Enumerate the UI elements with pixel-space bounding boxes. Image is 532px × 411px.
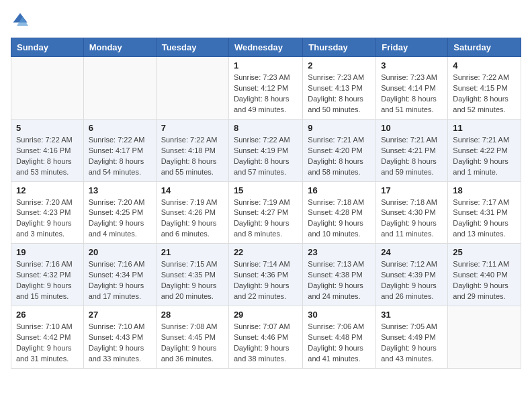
day-number: 1 (234, 60, 298, 71)
day-info-line: Sunrise: 7:17 AM (453, 198, 509, 206)
day-info-line: Sunrise: 7:22 AM (453, 73, 509, 81)
day-info-line: Sunrise: 7:22 AM (161, 136, 218, 144)
calendar-cell: 31Sunrise: 7:05 AMSunset: 4:49 PMDayligh… (376, 306, 448, 369)
day-number: 21 (161, 247, 224, 257)
calendar-cell: 9Sunrise: 7:21 AMSunset: 4:20 PMDaylight… (303, 119, 376, 181)
calendar-cell: 15Sunrise: 7:19 AMSunset: 4:27 PMDayligh… (228, 181, 302, 244)
calendar-cell: 29Sunrise: 7:07 AMSunset: 4:46 PMDayligh… (228, 306, 302, 369)
day-info: Sunrise: 7:22 AMSunset: 4:18 PMDaylight:… (161, 135, 224, 178)
day-info-line: Sunrise: 7:16 AM (89, 260, 145, 268)
day-info-line: Sunset: 4:26 PM (161, 208, 216, 216)
day-info: Sunrise: 7:10 AMSunset: 4:43 PMDaylight:… (89, 322, 151, 365)
day-info-line: Sunset: 4:20 PM (308, 146, 362, 154)
day-info-line: Sunrise: 7:20 AM (89, 198, 145, 206)
day-info-line: Sunset: 4:25 PM (89, 208, 143, 216)
day-info: Sunrise: 7:05 AMSunset: 4:49 PMDaylight:… (381, 322, 443, 365)
calendar-cell: 4Sunrise: 7:22 AMSunset: 4:15 PMDaylight… (448, 57, 521, 120)
day-info-line: Daylight: 9 hours and 13 minutes. (453, 219, 508, 238)
day-info-line: Sunrise: 7:16 AM (16, 260, 73, 268)
day-info: Sunrise: 7:13 AMSunset: 4:38 PMDaylight:… (308, 259, 371, 302)
day-info-line: Daylight: 9 hours and 31 minutes. (16, 344, 72, 363)
logo-icon (11, 11, 30, 30)
day-number: 11 (453, 123, 516, 133)
calendar-cell: 19Sunrise: 7:16 AMSunset: 4:32 PMDayligh… (11, 244, 84, 306)
day-number: 31 (381, 310, 443, 320)
day-number: 19 (16, 247, 79, 257)
day-info-line: Daylight: 9 hours and 10 minutes. (308, 219, 363, 238)
day-info-line: Sunset: 4:19 PM (234, 146, 288, 154)
day-info: Sunrise: 7:08 AMSunset: 4:45 PMDaylight:… (161, 322, 224, 365)
calendar-cell (156, 57, 228, 120)
weekday-saturday: Saturday (448, 38, 521, 57)
day-info-line: Daylight: 9 hours and 26 minutes. (381, 281, 437, 300)
day-number: 28 (161, 310, 224, 320)
day-info-line: Sunset: 4:15 PM (453, 84, 507, 92)
day-info-line: Sunrise: 7:14 AM (234, 260, 290, 268)
calendar-cell: 27Sunrise: 7:10 AMSunset: 4:43 PMDayligh… (83, 306, 156, 369)
day-info-line: Sunset: 4:18 PM (161, 146, 216, 154)
day-info: Sunrise: 7:22 AMSunset: 4:19 PMDaylight:… (234, 135, 298, 178)
calendar-cell: 24Sunrise: 7:12 AMSunset: 4:39 PMDayligh… (376, 244, 448, 306)
calendar-cell: 8Sunrise: 7:22 AMSunset: 4:19 PMDaylight… (228, 119, 302, 181)
day-number: 18 (453, 185, 516, 195)
day-info-line: Sunset: 4:16 PM (16, 146, 71, 154)
day-info-line: Sunset: 4:12 PM (234, 84, 288, 92)
day-info: Sunrise: 7:21 AMSunset: 4:21 PMDaylight:… (381, 135, 443, 178)
day-info-line: Sunset: 4:23 PM (16, 208, 71, 216)
day-info-line: Sunrise: 7:21 AM (381, 136, 437, 144)
day-info-line: Sunset: 4:30 PM (381, 208, 435, 216)
day-number: 5 (16, 123, 79, 133)
day-info-line: Daylight: 9 hours and 4 minutes. (89, 219, 144, 238)
calendar-cell: 21Sunrise: 7:15 AMSunset: 4:35 PMDayligh… (156, 244, 228, 306)
day-info-line: Daylight: 9 hours and 3 minutes. (16, 219, 72, 238)
day-info-line: Sunset: 4:32 PM (16, 271, 71, 279)
day-number: 7 (161, 123, 224, 133)
weekday-tuesday: Tuesday (156, 38, 228, 57)
day-info-line: Sunrise: 7:22 AM (16, 136, 73, 144)
day-info-line: Daylight: 9 hours and 36 minutes. (161, 344, 217, 363)
calendar-cell: 7Sunrise: 7:22 AMSunset: 4:18 PMDaylight… (156, 119, 228, 181)
calendar-cell: 14Sunrise: 7:19 AMSunset: 4:26 PMDayligh… (156, 181, 228, 244)
weekday-friday: Friday (376, 38, 448, 57)
weekday-wednesday: Wednesday (228, 38, 302, 57)
day-info-line: Daylight: 8 hours and 55 minutes. (161, 157, 217, 176)
day-number: 12 (16, 185, 79, 195)
day-info-line: Daylight: 9 hours and 17 minutes. (89, 281, 144, 300)
day-info-line: Sunrise: 7:19 AM (234, 198, 290, 206)
calendar-cell: 12Sunrise: 7:20 AMSunset: 4:23 PMDayligh… (11, 181, 84, 244)
day-number: 6 (89, 123, 151, 133)
day-info-line: Sunset: 4:38 PM (308, 271, 362, 279)
calendar-cell (448, 306, 521, 369)
calendar-cell: 22Sunrise: 7:14 AMSunset: 4:36 PMDayligh… (228, 244, 302, 306)
day-info-line: Daylight: 8 hours and 49 minutes. (234, 95, 290, 113)
day-info-line: Sunrise: 7:18 AM (308, 198, 364, 206)
day-info-line: Sunset: 4:39 PM (381, 271, 435, 279)
day-number: 26 (16, 310, 79, 320)
weekday-header-row: SundayMondayTuesdayWednesdayThursdayFrid… (11, 38, 521, 57)
day-number: 30 (308, 310, 371, 320)
day-number: 29 (234, 310, 298, 320)
day-info: Sunrise: 7:23 AMSunset: 4:12 PMDaylight:… (234, 73, 298, 116)
day-info: Sunrise: 7:21 AMSunset: 4:20 PMDaylight:… (308, 135, 371, 178)
day-info: Sunrise: 7:16 AMSunset: 4:34 PMDaylight:… (89, 259, 151, 302)
weekday-thursday: Thursday (303, 38, 376, 57)
calendar-cell: 16Sunrise: 7:18 AMSunset: 4:28 PMDayligh… (303, 181, 376, 244)
day-info-line: Sunrise: 7:19 AM (161, 198, 218, 206)
day-number: 24 (381, 247, 443, 257)
day-info-line: Daylight: 9 hours and 11 minutes. (381, 219, 437, 238)
day-info-line: Daylight: 9 hours and 33 minutes. (89, 344, 144, 363)
day-info-line: Sunrise: 7:07 AM (234, 322, 290, 330)
weekday-monday: Monday (83, 38, 156, 57)
day-info-line: Daylight: 9 hours and 24 minutes. (308, 281, 363, 300)
calendar-cell: 1Sunrise: 7:23 AMSunset: 4:12 PMDaylight… (228, 57, 302, 120)
day-info-line: Sunrise: 7:20 AM (16, 198, 73, 206)
day-info-line: Sunrise: 7:15 AM (161, 260, 218, 268)
calendar-cell: 11Sunrise: 7:21 AMSunset: 4:22 PMDayligh… (448, 119, 521, 181)
day-info-line: Sunset: 4:14 PM (381, 84, 435, 92)
calendar-cell (11, 57, 84, 120)
calendar-cell: 5Sunrise: 7:22 AMSunset: 4:16 PMDaylight… (11, 119, 84, 181)
calendar-cell: 20Sunrise: 7:16 AMSunset: 4:34 PMDayligh… (83, 244, 156, 306)
day-info-line: Sunset: 4:27 PM (234, 208, 288, 216)
day-info: Sunrise: 7:12 AMSunset: 4:39 PMDaylight:… (381, 259, 443, 302)
day-info-line: Sunrise: 7:05 AM (381, 322, 437, 330)
